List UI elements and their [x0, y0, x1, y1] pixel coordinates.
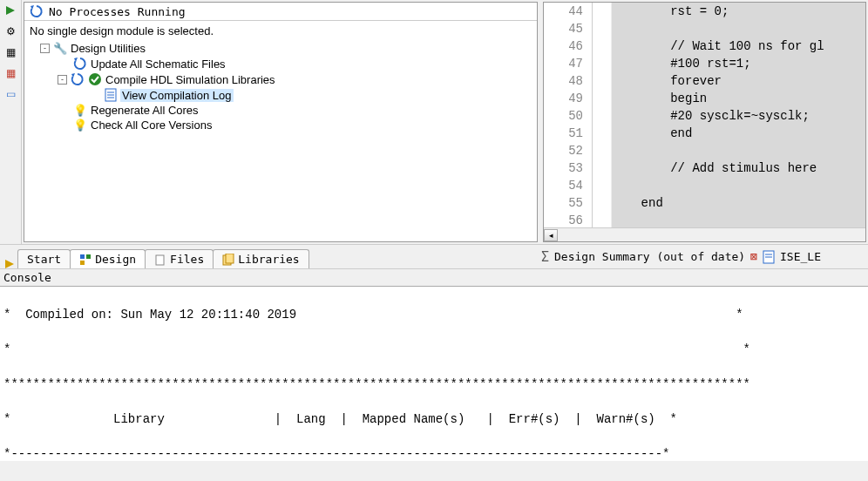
tree-item-label: Regenerate All Cores	[91, 104, 199, 117]
console-line: *---------------------------------------…	[3, 445, 865, 461]
svg-marker-10	[5, 260, 14, 268]
tree-item-regenerate[interactable]: 💡 Regenerate All Cores	[73, 103, 532, 118]
process-header: No Processes Running	[24, 3, 537, 21]
code-text: end	[612, 125, 865, 142]
code-text	[612, 212, 865, 229]
tool-icon-3[interactable]: ▦	[3, 66, 17, 80]
tree-item-check-versions[interactable]: 💡 Check All Core Versions	[73, 118, 532, 132]
tab-strip: Start Design Files Libraries Σ Design Su…	[0, 244, 868, 268]
console-output[interactable]: * Compiled on: Sun May 12 20:11:40 2019 …	[0, 287, 868, 461]
document-icon	[763, 250, 775, 264]
tree-item-view-log[interactable]: View Compilation Log	[105, 87, 532, 103]
expand-toggle-icon[interactable]: -	[58, 75, 67, 85]
tool-icon-1[interactable]: ⚙	[3, 24, 17, 38]
line-number: 44	[544, 3, 593, 20]
code-line[interactable]: 44 rst = 0;	[544, 3, 865, 20]
tab-libraries[interactable]: Libraries	[213, 249, 309, 268]
tool-icon-2[interactable]: ▦	[3, 45, 17, 59]
files-icon	[154, 254, 166, 266]
gutter	[593, 55, 612, 72]
line-number: 49	[544, 90, 593, 107]
gutter	[593, 3, 612, 20]
line-number: 46	[544, 37, 593, 55]
tree-root-label: Design Utilities	[71, 42, 146, 55]
code-line[interactable]: 50 #20 sysclk=~sysclk;	[544, 107, 865, 125]
code-text: end	[612, 194, 865, 212]
gutter	[593, 142, 612, 159]
tree-item-label: View Compilation Log	[120, 89, 234, 102]
gutter	[593, 194, 612, 212]
svg-marker-0	[6, 6, 15, 15]
expand-toggle-icon[interactable]: -	[40, 44, 50, 53]
tab-label: Libraries	[238, 253, 299, 266]
code-line[interactable]: 48 forever	[544, 72, 865, 90]
gutter	[593, 20, 612, 37]
code-line[interactable]: 52	[544, 142, 865, 159]
run-icon[interactable]	[3, 3, 17, 17]
tree-root[interactable]: - 🔧 Design Utilities	[40, 41, 532, 56]
cycle-icon	[71, 72, 85, 86]
tree-item-update-schematic[interactable]: Update All Schematic Files	[73, 56, 532, 71]
svg-point-5	[89, 73, 101, 85]
bulb-icon: 💡	[73, 104, 87, 117]
line-number: 53	[544, 159, 593, 177]
code-line[interactable]: 45	[544, 20, 865, 37]
code-line[interactable]: 49 begin	[544, 90, 865, 107]
code-text	[612, 142, 865, 159]
file-tab-label[interactable]: ISE_LE	[780, 250, 821, 263]
code-line[interactable]: 55 end	[544, 194, 865, 212]
code-line[interactable]: 53 // Add stimulus here	[544, 159, 865, 177]
tool-icon-4[interactable]: ▭	[3, 87, 17, 101]
bulb-icon: 💡	[73, 119, 87, 132]
design-icon	[79, 254, 92, 266]
gutter	[593, 72, 612, 90]
code-text: #20 sysclk=~sysclk;	[612, 107, 865, 125]
line-number: 51	[544, 125, 593, 142]
svg-rect-13	[80, 261, 85, 265]
line-number: 52	[544, 142, 593, 159]
console-line: ****************************************…	[3, 376, 865, 393]
refresh-icon[interactable]	[30, 4, 44, 18]
no-module-message: No single design module is selected.	[30, 24, 532, 37]
code-editor[interactable]: 44 rst = 0;4546 // Wait 100 ns for gl47 …	[543, 2, 866, 242]
code-line[interactable]: 47 #100 rst=1;	[544, 55, 865, 72]
svg-rect-12	[86, 254, 91, 259]
svg-rect-16	[226, 254, 234, 263]
tab-label: Files	[170, 253, 204, 266]
horizontal-scrollbar[interactable]: ◂	[544, 227, 865, 241]
cycle-icon	[73, 57, 87, 71]
process-tree: - 🔧 Design Utilities Update All Schemati…	[33, 41, 532, 132]
tab-label: Design	[95, 253, 136, 266]
tab-arrow-icon[interactable]	[2, 260, 17, 268]
code-line[interactable]: 46 // Wait 100 ns for gl	[544, 37, 865, 55]
code-text: forever	[612, 72, 865, 90]
wrench-icon: 🔧	[53, 42, 67, 55]
document-icon	[105, 88, 117, 102]
code-text: begin	[612, 90, 865, 107]
close-icon[interactable]: ⊠	[750, 250, 757, 263]
scroll-left-icon[interactable]: ◂	[544, 229, 558, 241]
code-text: rst = 0;	[612, 3, 865, 20]
gutter	[593, 107, 612, 125]
console-line: * Library | Lang | Mapped Name(s) | Err#…	[3, 410, 865, 428]
code-text: // Add stimulus here	[612, 159, 865, 177]
gutter	[593, 90, 612, 107]
code-line[interactable]: 51 end	[544, 125, 865, 142]
process-panel: No Processes Running No single design mo…	[24, 2, 538, 242]
console-header: Console	[0, 268, 868, 287]
code-line[interactable]: 54	[544, 177, 865, 194]
sigma-icon[interactable]: Σ	[541, 249, 549, 265]
left-tabs: Start Design Files Libraries	[0, 245, 536, 268]
code-text	[612, 177, 865, 194]
gutter	[593, 159, 612, 177]
tab-design[interactable]: Design	[70, 249, 146, 268]
tab-files[interactable]: Files	[145, 249, 214, 268]
process-header-label: No Processes Running	[49, 5, 186, 18]
code-line[interactable]: 56	[544, 212, 865, 229]
tree-item-compile-hdl[interactable]: - Compile HDL Simulation Libraries	[58, 71, 532, 87]
code-text: #100 rst=1;	[612, 55, 865, 72]
console-line: * *	[3, 341, 865, 358]
gutter	[593, 177, 612, 194]
design-summary-label[interactable]: Design Summary (out of date)	[554, 250, 745, 263]
tab-start[interactable]: Start	[17, 249, 71, 268]
